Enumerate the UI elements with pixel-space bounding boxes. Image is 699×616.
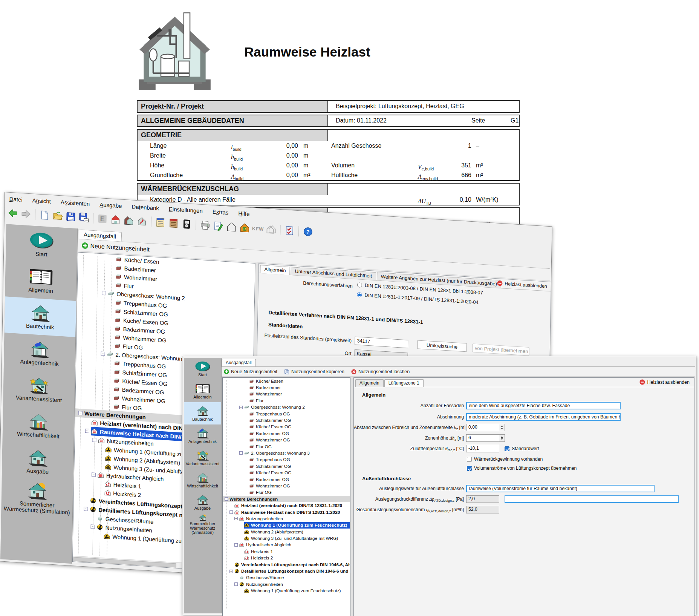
tree-item[interactable]: Geschosse/Räume [223, 575, 350, 581]
tree-item[interactable]: Wohnung 1 (Querlüftung zum Feuchteschutz… [223, 588, 350, 594]
tree-item[interactable]: Vereinfachtes Lüftungskonzept nach DIN 1… [223, 561, 350, 568]
dropdown-field[interactable]: eine dem Wind ausgesetzte Fläche bzw. Fa… [466, 402, 621, 409]
list-yellow-icon[interactable] [154, 216, 166, 228]
spin-down-icon[interactable] [501, 428, 503, 429]
splitter[interactable] [350, 377, 353, 616]
menu-extras[interactable]: Extras [213, 208, 229, 216]
expander-minus[interactable]: − [101, 351, 105, 356]
expander-minus[interactable]: − [78, 411, 83, 415]
expander-minus[interactable]: − [84, 507, 88, 511]
building-pair-icon[interactable] [122, 215, 135, 227]
tree-item[interactable]: Küche/ Essen [223, 378, 350, 384]
building-arrow-icon[interactable] [136, 215, 148, 227]
sidebar-item-sommerlicher[interactable]: Sommerlicher Wärmeschutz (Simulation) [184, 513, 221, 536]
tree-item[interactable]: Wohnzimmer OG [223, 483, 350, 489]
dropdown-field[interactable]: raumweise (Volumenströme für Räume sind … [466, 485, 655, 492]
tree-item[interactable]: Treppenhaus OG [223, 411, 350, 417]
tree-item[interactable]: Flur [223, 397, 350, 404]
expander-minus[interactable]: − [225, 497, 228, 501]
spin-up-icon[interactable] [501, 436, 503, 438]
tree-item[interactable]: Badezimmer [223, 384, 350, 391]
tree-item[interactable]: −Weitere Berechnungen [223, 496, 350, 502]
energy-meter-icon[interactable] [180, 218, 193, 230]
checkbox-checked[interactable] [505, 446, 509, 451]
task-check-icon[interactable] [283, 225, 295, 237]
sidebar-item-wirtschaftlichkeit[interactable]: Wirtschaftlichkeit [184, 469, 221, 491]
ausgabe-e-icon[interactable] [96, 213, 109, 225]
spin-down-icon[interactable] [501, 438, 503, 440]
tree-item[interactable]: Flur OG [223, 443, 350, 450]
open-folder-icon[interactable] [52, 210, 64, 222]
tree-item[interactable]: −Nutzungseinheiten [223, 515, 350, 522]
expander-minus[interactable]: − [234, 517, 238, 520]
spinner-field[interactable]: 0,00 [466, 424, 499, 431]
input-field[interactable]: -10,1 [466, 445, 499, 452]
tree-item[interactable]: −Hydraulischer Abgleich [223, 542, 350, 548]
forward-icon[interactable] [20, 208, 32, 220]
menu-datei[interactable]: Datei [9, 195, 23, 202]
spinner-buttons[interactable] [499, 434, 505, 442]
back-icon[interactable] [7, 207, 19, 219]
sidebar-item-ausgabe[interactable]: Ausgabe [2, 441, 73, 482]
refurbish-house-icon[interactable] [239, 222, 251, 234]
tree-item[interactable]: Badezimmer OG [223, 476, 350, 483]
tree-item[interactable]: Küche/ Essen OG [223, 469, 350, 476]
sidebar-item-ausgabe[interactable]: Ausgabe [184, 491, 221, 513]
sidebar-item-allgemein[interactable]: Allgemein [184, 380, 221, 402]
tree-item[interactable]: Heizlast (vereinfacht) nach DIN/TS 12831… [223, 502, 350, 509]
save-as-icon[interactable] [78, 211, 90, 224]
expander-minus[interactable]: − [92, 472, 96, 477]
help-icon[interactable] [302, 226, 314, 238]
spinner-buttons[interactable] [499, 424, 505, 431]
menu-einstellungen[interactable]: Einstellungen [169, 205, 203, 214]
tree-item[interactable]: −2. Obergeschoss: Wohnung 3 [223, 450, 350, 456]
print-icon[interactable] [199, 219, 211, 231]
spin-up-icon[interactable] [501, 426, 503, 427]
sidebar-item-variantenassistent[interactable]: Variantenassistent [3, 369, 75, 409]
tree-item[interactable]: Heizkreis 2 [223, 555, 350, 561]
sidebar-item-start[interactable]: Start [184, 358, 221, 380]
scrollbar-thumb[interactable] [73, 557, 176, 567]
checkbox-unchecked[interactable] [467, 457, 472, 462]
tree-item[interactable]: −Nutzungseinheiten [223, 581, 350, 587]
new-nutzungseinheit-button[interactable]: Neue Nutzungseinheit [81, 242, 150, 253]
expander-minus[interactable]: − [229, 570, 233, 573]
heizlast-ausblenden-button[interactable]: Heizlast ausblenden [639, 379, 690, 385]
spinner-field[interactable]: 6 [466, 434, 499, 442]
tree-item[interactable]: Wohnung 1 (Querlüftung zum Feuchteschutz… [223, 522, 350, 529]
nutzungseinheit-l-schen-button[interactable]: Nutzungseinheit löschen [351, 369, 410, 374]
expander-minus[interactable]: − [234, 543, 238, 547]
sidebar-item-start[interactable]: Start [6, 224, 77, 265]
new-document-icon[interactable] [38, 209, 50, 221]
neue-nutzungseinheit-button[interactable]: Neue Nutzungseinheit [224, 369, 277, 374]
edit-report-icon[interactable] [212, 220, 224, 232]
sidebar-item-bautechnik[interactable]: Bautechnik [4, 296, 76, 337]
sidebar-item-anlagentechnik[interactable]: Anlagentechnik [184, 424, 221, 447]
menu-hilfe[interactable]: Hilfe [238, 210, 249, 217]
tree-item[interactable]: Wohnzimmer [223, 391, 350, 397]
menu-datenbank[interactable]: Datenbank [132, 203, 159, 211]
checkbox-checked[interactable] [467, 466, 472, 471]
expander-minus[interactable]: − [239, 451, 243, 455]
sidebar-item-bautechnik[interactable]: Bautechnik [184, 402, 221, 424]
sidebar-item-allgemein[interactable]: Allgemein [5, 260, 76, 301]
expander-minus[interactable]: − [85, 429, 89, 433]
tab-ausgangsfall[interactable]: Ausgangsfall [222, 359, 256, 366]
menu-assistenten[interactable]: Assistenten [61, 199, 90, 207]
tree-item[interactable]: Flur OG [223, 489, 350, 496]
tree-item[interactable]: −Obergeschoss: Wohnung 2 [223, 404, 350, 411]
kfw-house-icon[interactable]: KFW [252, 222, 264, 234]
tree-item[interactable]: Küche/ Essen OG [223, 424, 350, 430]
house-outline-icon[interactable] [265, 224, 277, 236]
sidebar-item-variantenassistent[interactable]: Variantenassistent [184, 447, 221, 469]
von-projekt-uebernehmen-button[interactable]: von Projekt übernehmen [472, 343, 529, 356]
expander-minus[interactable]: − [239, 406, 243, 409]
energy-scale-house-icon[interactable] [225, 221, 237, 233]
list-brown-icon[interactable] [167, 217, 179, 229]
panel-tab-allgemein[interactable]: Allgemein [260, 265, 290, 275]
sidebar-item-anlagentechnik[interactable]: Anlagentechnik [4, 333, 75, 373]
tree-item[interactable]: Schlafzimmer OG [223, 417, 350, 423]
tree-item[interactable]: Wohnung 2 (Abluftsystem) [223, 529, 350, 535]
tree-item[interactable]: Heizkreis 1 [223, 548, 350, 555]
menu-ausgabe[interactable]: Ausgabe [99, 201, 122, 209]
